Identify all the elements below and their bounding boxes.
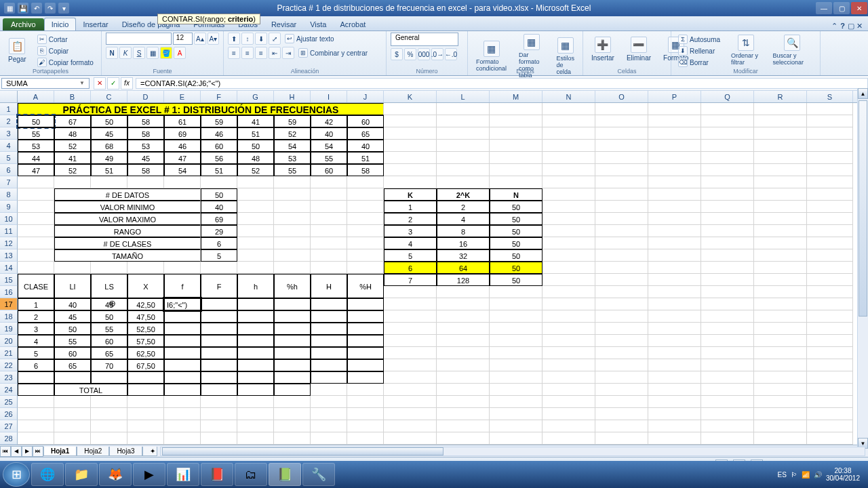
cell[interactable]	[311, 323, 347, 335]
qat-dropdown-icon[interactable]: ▾	[58, 3, 69, 14]
row-header[interactable]: 28	[0, 432, 18, 445]
cell[interactable]	[91, 371, 127, 384]
align-top-button[interactable]: ⬆	[228, 33, 240, 45]
cell[interactable]	[648, 164, 701, 176]
cell[interactable]: 59	[201, 115, 237, 127]
cell[interactable]	[437, 103, 490, 115]
cell[interactable]	[701, 335, 754, 347]
cell[interactable]	[311, 298, 347, 310]
cell[interactable]: 65	[91, 347, 127, 359]
cell[interactable]	[201, 310, 237, 323]
cell[interactable]	[274, 371, 311, 384]
cell[interactable]: 4	[384, 237, 437, 249]
sheet-nav-first[interactable]: ⏮	[0, 446, 11, 457]
cell[interactable]	[347, 347, 384, 359]
cell[interactable]	[754, 298, 807, 310]
cell[interactable]	[164, 408, 201, 420]
cell[interactable]	[384, 176, 437, 188]
cell[interactable]	[384, 286, 437, 298]
cell[interactable]: 50	[91, 310, 127, 323]
cell[interactable]	[347, 176, 384, 188]
cell[interactable]	[542, 432, 595, 445]
cell[interactable]	[595, 176, 648, 188]
cell[interactable]	[701, 237, 754, 249]
cell[interactable]	[237, 359, 274, 371]
hscroll-thumb[interactable]	[162, 447, 443, 455]
row-header[interactable]: 25	[0, 396, 18, 408]
font-name-select[interactable]	[106, 33, 172, 45]
col-header-H[interactable]: H	[274, 91, 311, 102]
cell[interactable]	[701, 408, 754, 420]
cell[interactable]	[274, 188, 311, 201]
cell[interactable]	[18, 408, 54, 420]
cell[interactable]	[542, 310, 595, 323]
cell[interactable]	[754, 213, 807, 225]
delete-cells-button[interactable]: ➖Eliminar	[623, 33, 655, 66]
cell[interactable]	[648, 140, 701, 152]
cell[interactable]	[54, 176, 91, 188]
row-header[interactable]: 4	[0, 140, 18, 152]
cell[interactable]: 47	[164, 152, 201, 164]
cancel-formula-button[interactable]: ✕	[94, 77, 106, 89]
cell[interactable]	[542, 298, 595, 310]
cell[interactable]: 65	[347, 127, 384, 140]
maximize-button[interactable]: ▢	[833, 2, 850, 14]
cell[interactable]: 57,50	[127, 335, 164, 347]
cell[interactable]: 58	[127, 115, 164, 127]
cell[interactable]	[311, 408, 347, 420]
cell[interactable]	[437, 335, 490, 347]
cell[interactable]	[542, 188, 595, 201]
cell[interactable]: 41	[54, 152, 91, 164]
cell[interactable]: 40	[311, 127, 347, 140]
cell[interactable]	[201, 176, 237, 188]
spreadsheet-grid[interactable]: ABCDEFGHIJKLMNOPQRS 1PRÁCTICA DE EXCEL #…	[0, 91, 868, 445]
cell[interactable]	[164, 371, 201, 384]
cell[interactable]	[807, 298, 853, 310]
increase-indent-button[interactable]: ⇥	[282, 47, 294, 59]
cell[interactable]	[237, 384, 274, 396]
cell[interactable]	[807, 201, 853, 213]
cell[interactable]	[437, 384, 490, 396]
cell[interactable]	[648, 432, 701, 445]
cell[interactable]	[347, 249, 384, 262]
cell[interactable]	[201, 420, 237, 432]
cell[interactable]	[347, 384, 384, 396]
cell[interactable]	[18, 384, 54, 396]
cell[interactable]	[701, 115, 754, 127]
cell[interactable]	[595, 323, 648, 335]
cell[interactable]	[648, 201, 701, 213]
cell[interactable]	[648, 323, 701, 335]
col-header-G[interactable]: G	[237, 91, 274, 102]
cell[interactable]	[701, 103, 754, 115]
cell[interactable]	[18, 176, 54, 188]
cell[interactable]	[542, 286, 595, 298]
cell[interactable]	[274, 213, 311, 225]
cell[interactable]: 60	[201, 140, 237, 152]
cell[interactable]: 58	[127, 127, 164, 140]
cell[interactable]: # DE DATOS	[54, 188, 201, 201]
name-box[interactable]: SUMA▼	[1, 78, 90, 89]
cell[interactable]: LI	[54, 274, 91, 298]
cell[interactable]	[701, 420, 754, 432]
cell[interactable]	[311, 237, 347, 249]
cell[interactable]	[701, 176, 754, 188]
cell[interactable]	[311, 176, 347, 188]
cell[interactable]	[274, 237, 311, 249]
cell[interactable]	[347, 396, 384, 408]
cell[interactable]	[648, 262, 701, 274]
cell[interactable]	[237, 237, 274, 249]
cell[interactable]: 54	[311, 140, 347, 152]
cell[interactable]	[274, 201, 311, 213]
cell[interactable]	[490, 396, 542, 408]
cell[interactable]	[542, 249, 595, 262]
cell[interactable]	[237, 176, 274, 188]
cell[interactable]	[754, 115, 807, 127]
tab-inicio[interactable]: Inicio	[44, 18, 77, 30]
cell[interactable]: 67	[54, 115, 91, 127]
cell[interactable]	[274, 310, 311, 323]
col-header-I[interactable]: I	[311, 91, 347, 102]
redo-icon[interactable]: ↷	[45, 3, 56, 14]
cell[interactable]	[490, 335, 542, 347]
percent-button[interactable]: %	[404, 48, 416, 60]
cell[interactable]	[164, 420, 201, 432]
